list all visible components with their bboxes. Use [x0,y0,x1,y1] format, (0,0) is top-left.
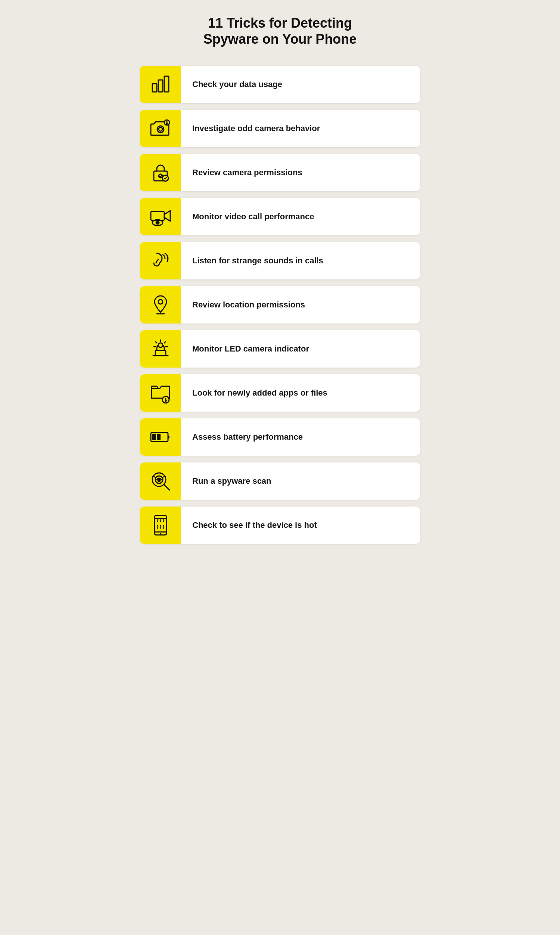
svg-line-32 [164,485,169,490]
lock-check-icon [140,154,181,191]
item-label-led-indicator: Monitor LED camera indicator [181,344,320,354]
svg-line-20 [164,342,165,343]
svg-rect-17 [155,350,166,356]
list-item-camera-permissions: Review camera permissions [140,154,420,191]
svg-rect-1 [158,80,163,92]
spy-search-icon [140,462,181,500]
svg-rect-0 [152,84,157,92]
item-label-new-apps: Look for newly added apps or files [181,388,338,399]
svg-point-27 [165,400,166,401]
item-label-strange-sounds: Listen for strange sounds in calls [181,256,334,266]
location-pin-icon [140,286,181,323]
bar-chart-icon [140,66,181,103]
svg-rect-11 [151,211,164,220]
folder-warning-icon [140,374,181,412]
svg-point-34 [158,479,160,482]
svg-point-4 [158,127,162,131]
list-item-data-usage: Check your data usage [140,66,420,103]
list-item-video-call: Monitor video call performance [140,198,420,235]
item-label-camera-behavior: Investigate odd camera behavior [181,123,331,134]
ear-sound-icon [140,242,181,279]
alarm-light-icon [140,330,181,368]
camera-alert-icon [140,110,181,147]
svg-rect-30 [157,434,160,440]
battery-low-icon [140,418,181,456]
video-eye-icon [140,198,181,235]
phone-hot-icon [140,507,181,544]
list-item-device-hot: Check to see if the device is hot [140,507,420,544]
svg-line-21 [156,342,157,343]
list-item-camera-behavior: Investigate odd camera behavior [140,110,420,147]
item-label-location-permissions: Review location permissions [181,300,316,310]
items-list: Check your data usage Investigate odd ca… [140,66,420,544]
list-item-battery: Assess battery performance [140,418,420,456]
svg-point-14 [157,222,157,223]
page-container: 11 Tricks for DetectingSpyware on Your P… [140,15,420,544]
item-label-spyware-scan: Run a spyware scan [181,476,283,487]
list-item-new-apps: Look for newly added apps or files [140,374,420,412]
svg-point-7 [166,124,167,125]
list-item-spyware-scan: Run a spyware scan [140,462,420,500]
svg-rect-2 [164,76,169,92]
page-title: 11 Tricks for DetectingSpyware on Your P… [140,15,420,47]
list-item-location-permissions: Review location permissions [140,286,420,323]
item-label-device-hot: Check to see if the device is hot [181,520,328,531]
list-item-led-indicator: Monitor LED camera indicator [140,330,420,368]
item-label-camera-permissions: Review camera permissions [181,167,314,178]
item-label-battery: Assess battery performance [181,432,314,443]
item-label-data-usage: Check your data usage [181,79,294,90]
list-item-strange-sounds: Listen for strange sounds in calls [140,242,420,279]
svg-point-18 [158,343,163,347]
svg-point-15 [158,300,163,304]
svg-rect-29 [152,434,156,440]
item-label-video-call: Monitor video call performance [181,211,325,222]
svg-point-38 [160,533,161,535]
